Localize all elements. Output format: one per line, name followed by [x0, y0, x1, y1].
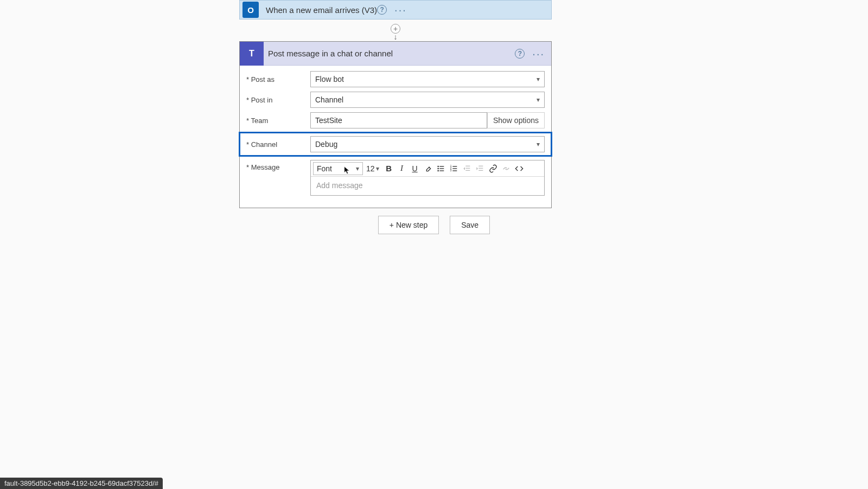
svg-point-2	[437, 168, 439, 169]
chevron-down-icon: ▾	[537, 140, 540, 148]
outlook-icon: O	[240, 0, 261, 20]
caret-down-icon: ▾	[376, 165, 379, 172]
chevron-down-icon: ▾	[537, 75, 540, 83]
svg-point-0	[437, 165, 439, 167]
trigger-card[interactable]: O When a new email arrives (V3) ? ···	[239, 0, 552, 20]
svg-rect-16	[478, 168, 483, 168]
channel-select[interactable]: Debug ▾	[310, 136, 545, 152]
svg-rect-13	[465, 168, 470, 168]
post-as-select[interactable]: Flow bot ▾	[310, 71, 545, 87]
post-in-select[interactable]: Channel ▾	[310, 92, 545, 108]
message-input[interactable]: Add message	[311, 177, 544, 195]
team-row: Team TestSite Show options	[246, 112, 545, 128]
font-size-value: 12	[366, 164, 375, 173]
underline-icon[interactable]: U	[409, 162, 422, 175]
link-icon[interactable]	[487, 162, 500, 175]
message-editor: Font ▾ 12 ▾ B I U	[310, 160, 545, 196]
italic-icon[interactable]: I	[395, 162, 409, 175]
status-bar: fault-3895d5b2-ebb9-4192-b245-69dacf3752…	[0, 478, 163, 489]
font-size-select[interactable]: 12 ▾	[366, 164, 379, 173]
svg-point-4	[437, 170, 439, 171]
caret-down-icon: ▾	[356, 165, 359, 172]
code-view-icon[interactable]	[513, 162, 526, 175]
svg-rect-14	[465, 170, 470, 170]
font-select[interactable]: Font ▾	[313, 162, 363, 175]
outdent-icon	[461, 162, 474, 175]
bold-icon[interactable]: B	[382, 162, 395, 175]
svg-rect-15	[478, 165, 483, 166]
help-icon[interactable]: ?	[377, 5, 387, 15]
post-as-value: Flow bot	[315, 75, 344, 83]
show-options-button[interactable]: Show options	[487, 112, 545, 128]
numbered-list-icon[interactable]: 123	[448, 162, 461, 175]
team-value: TestSite	[315, 116, 342, 125]
indent-icon	[474, 162, 487, 175]
svg-rect-5	[439, 170, 444, 171]
post-in-row: Post in Channel ▾	[246, 92, 545, 108]
message-label: Message	[246, 160, 310, 171]
post-as-row: Post as Flow bot ▾	[246, 71, 545, 87]
trigger-title: When a new email arrives (V3)	[261, 5, 377, 15]
team-select[interactable]: TestSite	[310, 112, 487, 128]
highlighter-icon[interactable]	[422, 162, 435, 175]
post-in-value: Channel	[315, 95, 343, 104]
svg-text:3: 3	[450, 169, 451, 172]
editor-toolbar: Font ▾ 12 ▾ B I U	[311, 160, 544, 177]
post-as-label: Post as	[246, 75, 310, 83]
svg-rect-9	[452, 168, 457, 169]
action-card: T Post message in a chat or channel ? ··…	[239, 41, 552, 208]
help-icon[interactable]: ?	[515, 49, 525, 59]
svg-rect-11	[452, 170, 457, 171]
save-button[interactable]: Save	[450, 216, 490, 234]
channel-row: Channel Debug ▾	[240, 133, 551, 156]
teams-icon: T	[240, 42, 264, 66]
svg-rect-1	[439, 166, 444, 166]
svg-rect-3	[439, 168, 444, 169]
font-label: Font	[317, 164, 332, 173]
team-label: Team	[246, 117, 310, 125]
svg-rect-7	[452, 166, 457, 166]
more-icon[interactable]: ···	[532, 51, 545, 56]
arrow-down-icon: ↓	[394, 33, 398, 41]
action-card-header[interactable]: T Post message in a chat or channel ? ··…	[240, 42, 551, 66]
channel-label: Channel	[246, 140, 310, 149]
chevron-down-icon: ▾	[537, 96, 540, 104]
svg-rect-17	[478, 170, 483, 170]
connector-arrow: + ↓	[391, 20, 400, 41]
action-title: Post message in a chat or channel	[264, 49, 515, 58]
message-row: Message Font ▾ 12 ▾ B I U	[246, 160, 545, 196]
more-icon[interactable]: ···	[394, 7, 407, 12]
footer-actions: + New step Save	[0, 216, 868, 234]
unlink-icon	[500, 162, 513, 175]
bullet-list-icon[interactable]	[435, 162, 448, 175]
channel-value: Debug	[315, 140, 337, 149]
post-in-label: Post in	[246, 96, 310, 104]
svg-rect-12	[465, 165, 470, 166]
new-step-button[interactable]: + New step	[378, 216, 439, 234]
